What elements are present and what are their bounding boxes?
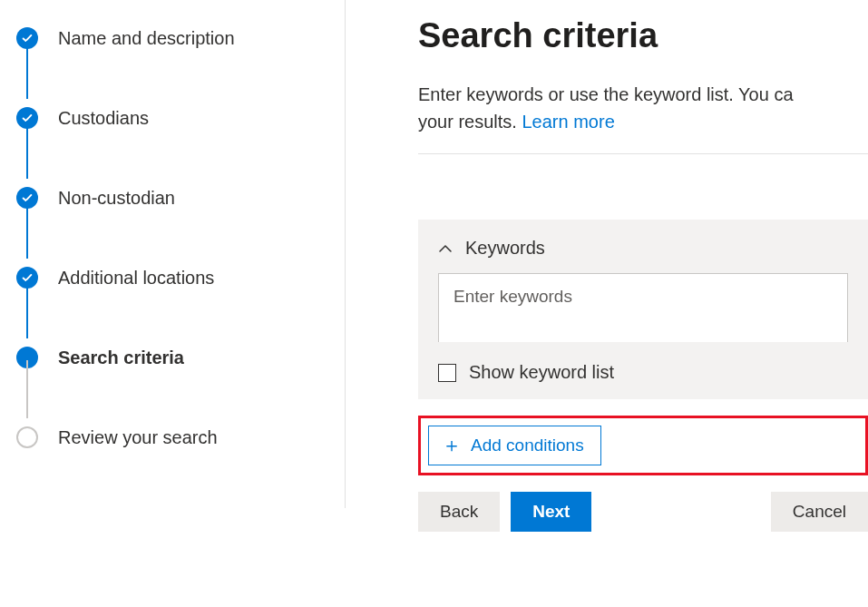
step-label: Review your search <box>58 427 218 448</box>
step-connector <box>26 360 28 418</box>
page-description: Enter keywords or use the keyword list. … <box>418 81 868 135</box>
wizard-sidebar: Name and description Custodians Non-cust… <box>0 0 346 508</box>
add-conditions-label: Add conditions <box>471 436 584 455</box>
wizard-step-additional-locations[interactable]: Additional locations <box>16 258 345 298</box>
back-button[interactable]: Back <box>418 492 500 532</box>
step-label: Name and description <box>58 28 235 49</box>
upcoming-step-icon <box>16 426 38 448</box>
main-content: Search criteria Enter keywords or use th… <box>346 0 868 607</box>
add-conditions-highlight: ＋ Add conditions <box>418 416 868 475</box>
show-keyword-list-label: Show keyword list <box>469 362 614 383</box>
step-connector <box>26 201 28 259</box>
chevron-up-icon <box>438 241 453 256</box>
step-label: Search criteria <box>58 348 184 368</box>
checkbox-icon[interactable] <box>438 364 456 382</box>
wizard-step-custodians[interactable]: Custodians <box>16 98 345 138</box>
description-line-1: Enter keywords or use the keyword list. … <box>418 84 794 104</box>
step-label: Additional locations <box>58 268 214 289</box>
step-connector <box>26 121 28 179</box>
plus-icon: ＋ <box>442 436 462 455</box>
keywords-input-container <box>438 273 848 342</box>
add-conditions-button[interactable]: ＋ Add conditions <box>428 426 601 465</box>
page-title: Search criteria <box>418 16 868 55</box>
cancel-button[interactable]: Cancel <box>771 492 868 532</box>
description-line-2: your results. <box>418 112 522 132</box>
show-keyword-list-option[interactable]: Show keyword list <box>438 362 848 383</box>
wizard-step-review[interactable]: Review your search <box>16 417 345 457</box>
keywords-panel-title: Keywords <box>465 238 545 259</box>
wizard-footer: Back Next Cancel <box>418 492 868 532</box>
next-button[interactable]: Next <box>511 492 591 532</box>
keywords-input[interactable] <box>439 274 847 339</box>
step-connector <box>26 41 28 99</box>
learn-more-link[interactable]: Learn more <box>522 112 614 132</box>
keywords-panel: Keywords Show keyword list <box>418 220 868 399</box>
wizard-step-name-description[interactable]: Name and description <box>16 18 345 58</box>
step-connector <box>26 280 28 338</box>
step-label: Custodians <box>58 108 149 129</box>
wizard-step-non-custodian[interactable]: Non-custodian <box>16 178 345 218</box>
keywords-panel-header[interactable]: Keywords <box>438 238 848 259</box>
step-label: Non-custodian <box>58 188 175 209</box>
section-divider <box>418 153 868 154</box>
wizard-step-search-criteria[interactable]: Search criteria <box>16 338 345 377</box>
